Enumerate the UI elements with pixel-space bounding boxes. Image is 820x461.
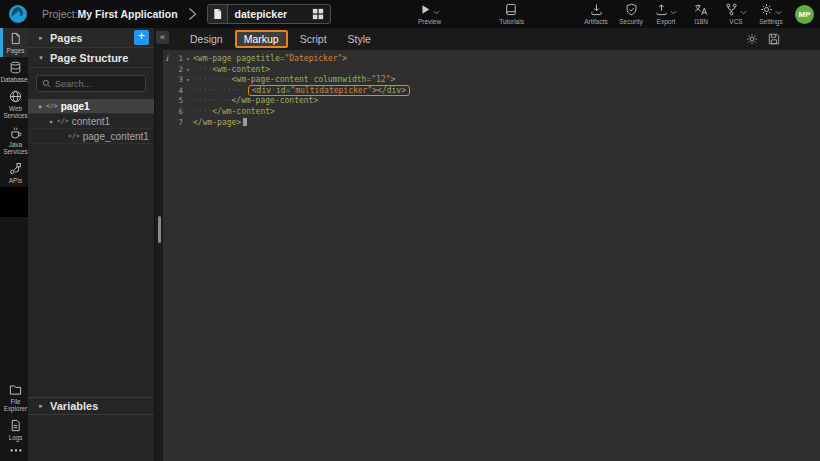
tab-style[interactable]: Style <box>339 30 380 48</box>
tutorials-button[interactable]: Tutorials <box>497 0 527 28</box>
tree-item-content1[interactable]: ▾</>content1 <box>28 114 154 129</box>
variables-section-header[interactable]: ▸ Variables <box>28 397 154 415</box>
variables-section-title: Variables <box>50 400 98 412</box>
code-line-2[interactable]: 2▾····<wm-content> <box>163 65 820 76</box>
logs-icon <box>9 419 22 432</box>
left-iconbar: PagesDatabasesWeb ServicesJava ServicesA… <box>0 28 28 461</box>
security-label: Security <box>619 18 642 25</box>
sidebar-item-more-options[interactable] <box>0 444 28 461</box>
expanded-arrow-icon[interactable]: ▾ <box>47 118 55 125</box>
scrollbar-thumb[interactable] <box>158 216 161 243</box>
token-tag: <wm-page-content <box>232 75 309 84</box>
artifacts-button[interactable]: Artifacts <box>581 0 611 28</box>
token-tag: <wm-page <box>193 54 232 63</box>
fold-arrow-icon[interactable]: ▾ <box>183 75 193 86</box>
vcs-branch-icon <box>725 3 738 16</box>
tab-grid-icon[interactable] <box>309 8 327 20</box>
code-text: <wm-page·pagetitle="Datepicker"> <box>193 54 347 65</box>
settings-gear-icon <box>760 3 773 16</box>
tab-markup[interactable]: Markup <box>235 30 288 48</box>
wavemaker-logo-icon[interactable] <box>8 4 28 24</box>
chevron-down-icon[interactable] <box>433 10 440 15</box>
token-ws: ········ <box>193 75 232 84</box>
expanded-arrow-icon[interactable]: ▾ <box>37 54 45 62</box>
sidebar-item-label: APIs <box>9 177 22 184</box>
code-line-4[interactable]: 4············<div·id="multidatepicker"><… <box>163 86 820 97</box>
tree-item-label: page_content1 <box>83 131 149 142</box>
topbar-right-actions: Artifacts Security Export I18N VCS Setti… <box>581 0 820 28</box>
left-iconbar-bottom: File ExplorerLogs <box>0 379 28 461</box>
token-tag: <wm-content> <box>212 65 270 74</box>
line-info-marker: i <box>163 54 171 65</box>
sidebar-item-logs[interactable]: Logs <box>0 415 28 444</box>
code-line-1[interactable]: i1▾<wm-page·pagetitle="Datepicker"> <box>163 54 820 65</box>
code-line-5[interactable]: 5········</wm-page-content> <box>163 96 820 107</box>
export-button[interactable]: Export <box>651 0 681 28</box>
token-tag: > <box>342 54 347 63</box>
user-avatar[interactable]: MP <box>795 5 814 24</box>
collapsed-arrow-icon[interactable]: ▸ <box>37 34 45 42</box>
chevron-down-icon[interactable] <box>670 10 677 15</box>
open-page-tab[interactable]: datepicker <box>207 4 331 24</box>
pages-panel: ▸ Pages + ▾ Page Structure ▾</>page1▾</>… <box>28 28 155 461</box>
token-tag: </wm-page-content> <box>232 96 319 105</box>
sidebar-item-pages[interactable]: Pages <box>0 28 28 57</box>
collapsed-arrow-icon[interactable]: ▸ <box>37 402 45 410</box>
search-input[interactable] <box>51 79 145 89</box>
code-text: ····<wm-content> <box>193 65 270 76</box>
token-ws: ···· <box>193 107 212 116</box>
token-tag: </wm-content> <box>212 107 275 116</box>
page-structure-header[interactable]: ▾ Page Structure <box>28 48 154 68</box>
vcs-label: VCS <box>729 18 742 25</box>
apis-icon <box>9 162 22 175</box>
line-number: 3 <box>171 75 183 86</box>
sidebar-item-label: Web Services <box>3 105 28 119</box>
line-number: 6 <box>171 107 183 118</box>
tab-script[interactable]: Script <box>291 30 336 48</box>
databases-icon <box>9 61 22 74</box>
sidebar-item-java-services[interactable]: Java Services <box>0 122 28 158</box>
settings-label: Settings <box>759 18 783 25</box>
sidebar-item-label: Logs <box>9 434 23 441</box>
editor-tabs: DesignMarkupScriptStyle <box>181 30 383 48</box>
token-ws: ········ <box>193 96 232 105</box>
sidebar-item-apis[interactable]: APIs <box>0 158 28 187</box>
annotation-highlight-box: <div·id="multidatepicker"></div> <box>248 85 410 96</box>
play-icon <box>419 3 431 16</box>
editor-settings-gear-icon[interactable] <box>746 33 758 45</box>
code-editor[interactable]: i1▾<wm-page·pagetitle="Datepicker">2▾···… <box>163 50 820 461</box>
i18n-button[interactable]: I18N <box>686 0 716 28</box>
security-button[interactable]: Security <box>616 0 646 28</box>
fold-arrow-icon[interactable]: ▾ <box>183 65 193 76</box>
sidebar-item-databases[interactable]: Databases <box>0 57 28 86</box>
chevron-down-icon[interactable] <box>740 10 747 15</box>
tutorials-book-icon <box>505 3 518 16</box>
tab-design[interactable]: Design <box>181 30 232 48</box>
tree-item-page1[interactable]: ▾</>page1 <box>28 99 154 114</box>
panel-bottom-filler <box>28 415 154 461</box>
token-str: "Datepicker" <box>285 54 343 63</box>
sidebar-item-web-services[interactable]: Web Services <box>0 86 28 122</box>
tree-item-page-content1[interactable]: </>page_content1 <box>28 129 154 144</box>
project-label: Project: <box>42 8 78 20</box>
code-line-6[interactable]: 6····</wm-content> <box>163 107 820 118</box>
settings-button[interactable]: Settings <box>756 0 786 28</box>
preview-button[interactable]: Preview <box>415 0 445 28</box>
fold-arrow-icon[interactable]: ▾ <box>183 54 193 65</box>
preview-label: Preview <box>418 18 441 25</box>
pages-section-header[interactable]: ▸ Pages + <box>28 28 154 48</box>
tree-item-label: content1 <box>72 116 110 127</box>
tutorials-label: Tutorials <box>499 18 524 25</box>
panel-spacer <box>28 144 154 397</box>
add-page-button[interactable]: + <box>134 30 149 45</box>
iconbar-divider-block <box>0 187 28 217</box>
vcs-button[interactable]: VCS <box>721 0 751 28</box>
code-line-7[interactable]: 7</wm-page> <box>163 118 820 129</box>
chevron-down-icon[interactable] <box>775 10 782 15</box>
collapse-panel-button[interactable]: « <box>156 31 169 44</box>
save-icon[interactable] <box>768 33 780 45</box>
artifacts-download-icon <box>590 3 603 16</box>
line-number: 4 <box>171 86 183 97</box>
expanded-arrow-icon[interactable]: ▾ <box>36 103 44 110</box>
sidebar-item-file-explorer[interactable]: File Explorer <box>0 379 28 415</box>
